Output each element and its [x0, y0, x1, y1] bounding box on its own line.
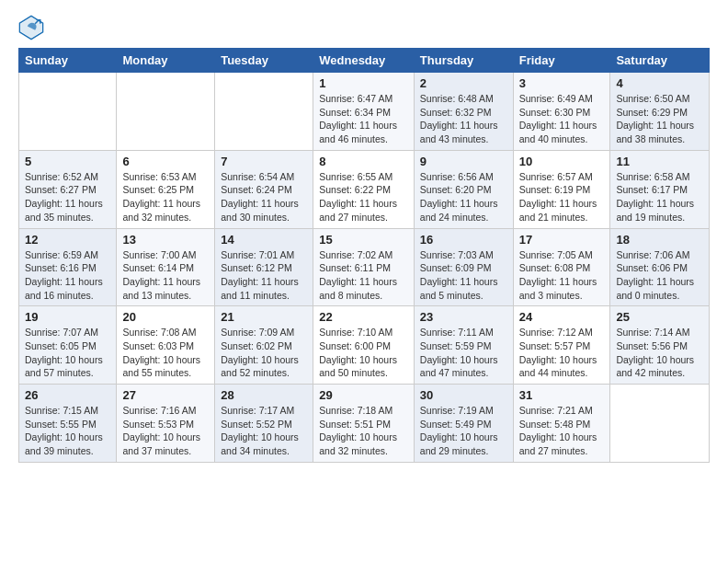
- calendar-day-30: 30Sunrise: 7:19 AM Sunset: 5:49 PM Dayli…: [414, 385, 513, 463]
- logo-icon: [18, 15, 44, 40]
- day-number: 23: [420, 310, 507, 324]
- day-number: 22: [319, 310, 408, 324]
- day-info: Sunrise: 7:19 AM Sunset: 5:49 PM Dayligh…: [420, 404, 507, 458]
- calendar-day-15: 15Sunrise: 7:02 AM Sunset: 6:11 PM Dayli…: [313, 228, 415, 306]
- calendar-day-19: 19Sunrise: 7:07 AM Sunset: 6:05 PM Dayli…: [19, 306, 117, 385]
- calendar-week-row: 1Sunrise: 6:47 AM Sunset: 6:34 PM Daylig…: [19, 73, 710, 151]
- calendar-day-31: 31Sunrise: 7:21 AM Sunset: 5:48 PM Dayli…: [513, 385, 610, 463]
- calendar-day-26: 26Sunrise: 7:15 AM Sunset: 5:55 PM Dayli…: [19, 385, 117, 463]
- day-number: 24: [519, 310, 605, 324]
- day-header-saturday: Saturday: [610, 49, 710, 73]
- day-number: 9: [420, 155, 507, 168]
- calendar-day-23: 23Sunrise: 7:11 AM Sunset: 5:59 PM Dayli…: [414, 306, 513, 385]
- day-info: Sunrise: 7:11 AM Sunset: 5:59 PM Dayligh…: [420, 326, 507, 380]
- day-number: 31: [519, 388, 605, 402]
- day-number: 20: [122, 310, 209, 324]
- day-info: Sunrise: 7:15 AM Sunset: 5:55 PM Dayligh…: [25, 404, 110, 458]
- day-info: Sunrise: 7:08 AM Sunset: 6:03 PM Dayligh…: [122, 326, 209, 380]
- calendar-day-17: 17Sunrise: 7:05 AM Sunset: 6:08 PM Dayli…: [513, 228, 610, 306]
- day-number: 11: [616, 155, 703, 168]
- day-number: 4: [616, 76, 703, 90]
- calendar-day-20: 20Sunrise: 7:08 AM Sunset: 6:03 PM Dayli…: [117, 306, 215, 385]
- empty-day-cell: [215, 73, 313, 151]
- calendar-day-16: 16Sunrise: 7:03 AM Sunset: 6:09 PM Dayli…: [414, 228, 513, 306]
- day-info: Sunrise: 6:55 AM Sunset: 6:22 PM Dayligh…: [319, 170, 408, 224]
- day-info: Sunrise: 7:00 AM Sunset: 6:14 PM Dayligh…: [122, 248, 209, 303]
- day-info: Sunrise: 7:09 AM Sunset: 6:02 PM Dayligh…: [221, 326, 307, 380]
- day-info: Sunrise: 6:50 AM Sunset: 6:29 PM Dayligh…: [616, 92, 703, 146]
- calendar-day-2: 2Sunrise: 6:48 AM Sunset: 6:32 PM Daylig…: [414, 73, 513, 151]
- day-number: 21: [221, 310, 307, 324]
- day-info: Sunrise: 7:03 AM Sunset: 6:09 PM Dayligh…: [420, 248, 507, 303]
- day-number: 17: [519, 233, 605, 247]
- day-info: Sunrise: 7:06 AM Sunset: 6:06 PM Dayligh…: [616, 248, 703, 303]
- day-info: Sunrise: 7:14 AM Sunset: 5:56 PM Dayligh…: [616, 326, 703, 380]
- day-info: Sunrise: 7:17 AM Sunset: 5:52 PM Dayligh…: [221, 404, 307, 458]
- calendar-day-21: 21Sunrise: 7:09 AM Sunset: 6:02 PM Dayli…: [215, 306, 313, 385]
- day-info: Sunrise: 6:47 AM Sunset: 6:34 PM Dayligh…: [319, 92, 408, 146]
- day-number: 18: [616, 233, 703, 247]
- calendar-day-25: 25Sunrise: 7:14 AM Sunset: 5:56 PM Dayli…: [610, 306, 710, 385]
- calendar-day-6: 6Sunrise: 6:53 AM Sunset: 6:25 PM Daylig…: [117, 150, 215, 228]
- calendar-week-row: 5Sunrise: 6:52 AM Sunset: 6:27 PM Daylig…: [19, 150, 710, 228]
- calendar-day-22: 22Sunrise: 7:10 AM Sunset: 6:00 PM Dayli…: [313, 306, 415, 385]
- day-info: Sunrise: 7:02 AM Sunset: 6:11 PM Dayligh…: [319, 248, 408, 303]
- day-info: Sunrise: 6:49 AM Sunset: 6:30 PM Dayligh…: [519, 92, 605, 146]
- day-number: 8: [319, 155, 408, 168]
- day-number: 13: [122, 233, 209, 247]
- day-number: 19: [25, 310, 110, 324]
- day-info: Sunrise: 7:21 AM Sunset: 5:48 PM Dayligh…: [519, 404, 605, 458]
- empty-day-cell: [19, 73, 117, 151]
- day-info: Sunrise: 6:53 AM Sunset: 6:25 PM Dayligh…: [122, 170, 209, 224]
- calendar-day-9: 9Sunrise: 6:56 AM Sunset: 6:20 PM Daylig…: [414, 150, 513, 228]
- day-info: Sunrise: 6:59 AM Sunset: 6:16 PM Dayligh…: [25, 248, 110, 303]
- calendar-week-row: 12Sunrise: 6:59 AM Sunset: 6:16 PM Dayli…: [19, 228, 710, 306]
- day-number: 15: [319, 233, 408, 247]
- day-number: 1: [319, 76, 408, 90]
- empty-day-cell: [610, 385, 710, 463]
- day-header-wednesday: Wednesday: [313, 49, 415, 73]
- day-number: 30: [420, 388, 507, 402]
- day-number: 3: [519, 76, 605, 90]
- logo: [18, 15, 48, 40]
- calendar-day-5: 5Sunrise: 6:52 AM Sunset: 6:27 PM Daylig…: [19, 150, 117, 228]
- day-info: Sunrise: 7:18 AM Sunset: 5:51 PM Dayligh…: [319, 404, 408, 458]
- calendar-day-11: 11Sunrise: 6:58 AM Sunset: 6:17 PM Dayli…: [610, 150, 710, 228]
- empty-day-cell: [117, 73, 215, 151]
- day-header-monday: Monday: [117, 49, 215, 73]
- calendar-day-10: 10Sunrise: 6:57 AM Sunset: 6:19 PM Dayli…: [513, 150, 610, 228]
- day-info: Sunrise: 6:56 AM Sunset: 6:20 PM Dayligh…: [420, 170, 507, 224]
- day-number: 25: [616, 310, 703, 324]
- day-info: Sunrise: 6:52 AM Sunset: 6:27 PM Dayligh…: [25, 170, 110, 224]
- day-info: Sunrise: 6:57 AM Sunset: 6:19 PM Dayligh…: [519, 170, 605, 224]
- calendar-day-7: 7Sunrise: 6:54 AM Sunset: 6:24 PM Daylig…: [215, 150, 313, 228]
- day-number: 14: [221, 233, 307, 247]
- day-info: Sunrise: 7:16 AM Sunset: 5:53 PM Dayligh…: [122, 404, 209, 458]
- day-header-friday: Friday: [513, 49, 610, 73]
- calendar-header-row: SundayMondayTuesdayWednesdayThursdayFrid…: [19, 49, 710, 73]
- calendar-day-14: 14Sunrise: 7:01 AM Sunset: 6:12 PM Dayli…: [215, 228, 313, 306]
- day-number: 12: [25, 233, 110, 247]
- day-header-sunday: Sunday: [19, 49, 117, 73]
- day-number: 10: [519, 155, 605, 168]
- day-number: 5: [25, 155, 110, 168]
- day-number: 7: [221, 155, 307, 168]
- day-number: 28: [221, 388, 307, 402]
- day-info: Sunrise: 7:07 AM Sunset: 6:05 PM Dayligh…: [25, 326, 110, 380]
- day-number: 26: [25, 388, 110, 402]
- day-info: Sunrise: 6:58 AM Sunset: 6:17 PM Dayligh…: [616, 170, 703, 224]
- day-info: Sunrise: 7:01 AM Sunset: 6:12 PM Dayligh…: [221, 248, 307, 303]
- calendar-day-18: 18Sunrise: 7:06 AM Sunset: 6:06 PM Dayli…: [610, 228, 710, 306]
- day-info: Sunrise: 6:48 AM Sunset: 6:32 PM Dayligh…: [420, 92, 507, 146]
- calendar-day-4: 4Sunrise: 6:50 AM Sunset: 6:29 PM Daylig…: [610, 73, 710, 151]
- calendar-week-row: 26Sunrise: 7:15 AM Sunset: 5:55 PM Dayli…: [19, 385, 710, 463]
- day-info: Sunrise: 6:54 AM Sunset: 6:24 PM Dayligh…: [221, 170, 307, 224]
- day-header-tuesday: Tuesday: [215, 49, 313, 73]
- day-info: Sunrise: 7:10 AM Sunset: 6:00 PM Dayligh…: [319, 326, 408, 380]
- calendar-day-24: 24Sunrise: 7:12 AM Sunset: 5:57 PM Dayli…: [513, 306, 610, 385]
- calendar-day-29: 29Sunrise: 7:18 AM Sunset: 5:51 PM Dayli…: [313, 385, 415, 463]
- day-info: Sunrise: 7:05 AM Sunset: 6:08 PM Dayligh…: [519, 248, 605, 303]
- calendar-day-27: 27Sunrise: 7:16 AM Sunset: 5:53 PM Dayli…: [117, 385, 215, 463]
- day-number: 27: [122, 388, 209, 402]
- day-number: 29: [319, 388, 408, 402]
